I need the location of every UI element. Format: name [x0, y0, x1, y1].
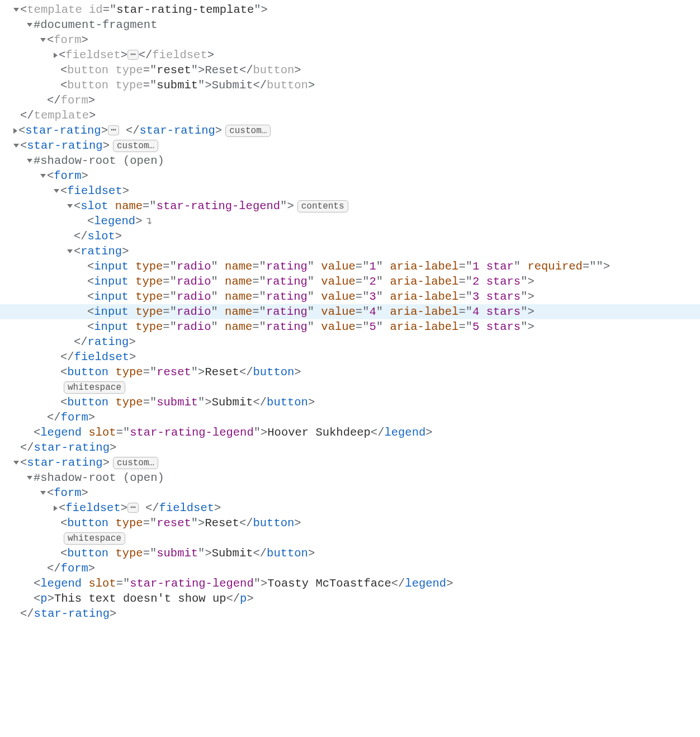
- tag-button-submit[interactable]: <button type="submit">Submit</button>: [60, 396, 315, 409]
- disclosure-caret[interactable]: [27, 159, 32, 163]
- tag-star-rating-2[interactable]: <star-rating>: [20, 139, 110, 152]
- collapsed-ellipsis[interactable]: [127, 50, 139, 60]
- disclosure-caret[interactable]: [67, 249, 73, 253]
- tag-form-close[interactable]: </form>: [47, 94, 95, 107]
- tag-button-submit[interactable]: <button type="submit">Submit</button>: [60, 79, 315, 92]
- shadow-root[interactable]: #shadow-root (open): [34, 154, 164, 167]
- tag-star-rating-3-close[interactable]: </star-rating>: [20, 607, 116, 620]
- tag-input-3[interactable]: <input type="radio" name="rating" value=…: [87, 290, 535, 303]
- whitespace-badge[interactable]: whitespace: [64, 532, 125, 545]
- tag-legend[interactable]: <legend slot="star-rating-legend">Toasty…: [34, 577, 453, 590]
- disclosure-caret[interactable]: [27, 476, 32, 480]
- tag-input-2[interactable]: <input type="radio" name="rating" value=…: [87, 275, 535, 288]
- tag-button-submit[interactable]: <button type="submit">Submit</button>: [60, 547, 315, 560]
- tag-form[interactable]: <form>: [47, 34, 88, 46]
- disclosure-caret[interactable]: [13, 461, 19, 465]
- tag-button-reset[interactable]: <button type="reset">Reset</button>: [60, 64, 301, 77]
- tag-template-open[interactable]: <template id="star-rating-template">: [20, 3, 268, 16]
- tag-p[interactable]: <p>This text doesn't show up</p>: [34, 592, 254, 605]
- whitespace-badge[interactable]: whitespace: [64, 381, 125, 394]
- tag-input-5[interactable]: <input type="radio" name="rating" value=…: [87, 320, 535, 333]
- tag-legend[interactable]: <legend slot="star-rating-legend">Hoover…: [34, 426, 433, 439]
- tag-form-close[interactable]: </form>: [47, 562, 95, 575]
- tag-slot[interactable]: <slot name="star-rating-legend">: [74, 200, 294, 212]
- tag-star-rating-1[interactable]: <star-rating>: [18, 124, 108, 137]
- disclosure-caret[interactable]: [13, 144, 19, 148]
- custom-badge[interactable]: custom…: [113, 140, 158, 152]
- custom-badge[interactable]: custom…: [225, 125, 271, 137]
- disclosure-caret[interactable]: [54, 189, 59, 193]
- disclosure-caret[interactable]: [13, 128, 17, 134]
- contents-badge[interactable]: contents: [297, 200, 348, 212]
- disclosure-caret[interactable]: [54, 505, 58, 511]
- tag-form[interactable]: <form>: [47, 486, 88, 499]
- tag-template-close[interactable]: </template>: [20, 109, 96, 122]
- disclosure-caret[interactable]: [40, 174, 46, 178]
- disclosure-caret[interactable]: [40, 38, 46, 42]
- tag-slot-close[interactable]: </slot>: [74, 230, 122, 243]
- tag-form-close[interactable]: </form>: [47, 411, 95, 424]
- collapsed-ellipsis[interactable]: [108, 125, 119, 135]
- disclosure-caret[interactable]: [54, 53, 58, 58]
- custom-badge[interactable]: custom…: [113, 457, 158, 469]
- tag-rating-close[interactable]: </rating>: [74, 336, 136, 348]
- disclosure-caret[interactable]: [40, 491, 46, 495]
- tag-fieldset[interactable]: <fieldset>: [60, 185, 129, 197]
- disclosure-caret[interactable]: [27, 23, 32, 27]
- collapsed-ellipsis[interactable]: [127, 503, 139, 513]
- tag-star-rating-3[interactable]: <star-rating>: [20, 456, 110, 469]
- tag-rating[interactable]: <rating>: [74, 245, 129, 258]
- tag-form[interactable]: <form>: [47, 169, 88, 182]
- tag-legend[interactable]: <legend>: [87, 215, 142, 228]
- tag-button-reset[interactable]: <button type="reset">Reset</button>: [60, 366, 301, 379]
- tag-button-reset[interactable]: <button type="reset">Reset</button>: [60, 517, 301, 530]
- slot-reveal-icon[interactable]: ↴: [145, 214, 152, 229]
- shadow-root[interactable]: #shadow-root (open): [34, 471, 164, 484]
- tag-fieldset-close[interactable]: </fieldset>: [60, 351, 136, 363]
- document-fragment[interactable]: #document-fragment: [34, 18, 157, 31]
- tag-input-4[interactable]: <input type="radio" name="rating" value=…: [87, 305, 535, 318]
- disclosure-caret[interactable]: [67, 204, 73, 208]
- tag-star-rating-2-close[interactable]: </star-rating>: [20, 441, 116, 454]
- tag-fieldset[interactable]: <fieldset>: [59, 49, 127, 62]
- tag-fieldset[interactable]: <fieldset>: [59, 502, 127, 514]
- disclosure-caret[interactable]: [13, 8, 19, 12]
- tag-input-1[interactable]: <input type="radio" name="rating" value=…: [87, 260, 610, 273]
